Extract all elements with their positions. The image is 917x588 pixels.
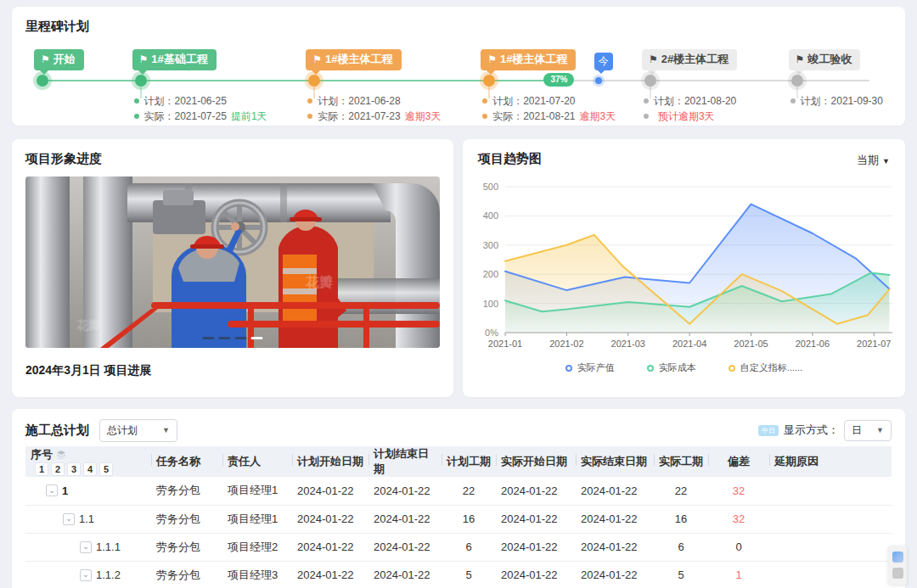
task-name-cell: 劳务分包 <box>151 561 222 588</box>
task-name-cell: 劳务分包 <box>151 477 222 505</box>
milestone-dates: 计划：2021-09-30 <box>790 93 883 109</box>
actual-start-cell: 2024-01-22 <box>496 477 576 505</box>
layers-icon[interactable] <box>56 450 66 460</box>
milestone-label-text: 1#基础工程 <box>151 53 207 65</box>
actual-days-cell: 22 <box>654 477 708 505</box>
deviation-cell: 0 <box>708 533 769 561</box>
actual-days-cell: 16 <box>654 505 708 533</box>
milestone-node-icon <box>791 75 803 87</box>
column-separator <box>496 454 497 466</box>
svg-text:2021-07: 2021-07 <box>857 339 891 349</box>
plan-days-cell: 22 <box>442 477 496 505</box>
flag-icon: ⚑ <box>312 53 322 65</box>
delay-reason-cell <box>769 561 892 588</box>
level-button-4[interactable]: 4 <box>83 462 97 476</box>
plan-type-select[interactable]: 总计划▼ <box>99 419 177 442</box>
table-row: ⌄1.1劳务分包项目经理12024-01-222024-01-22162024-… <box>25 505 892 533</box>
plan-start-cell: 2024-01-22 <box>292 477 368 505</box>
level-button-2[interactable]: 2 <box>51 462 65 476</box>
chart-legend: 实际产值实际成本自定义指标...... <box>463 361 905 374</box>
milestone-date-line: 计划：2021-07-20 <box>482 93 616 109</box>
legend-item-1[interactable]: 实际产值 <box>565 361 615 374</box>
delay-reason-cell <box>769 533 892 561</box>
carousel-dot-1[interactable] <box>203 337 215 339</box>
plan-days-cell: 16 <box>442 505 496 533</box>
milestone-node-icon <box>308 75 320 87</box>
milestone-label-text: 1#楼主体工程 <box>325 53 392 65</box>
milestone-timeline: 37% 今 ⚑开始⚑1#基础工程计划：2021-06-25实际：2021-07-… <box>32 49 885 120</box>
collapse-toggle-icon[interactable]: ⌄ <box>63 513 75 525</box>
level-button-1[interactable]: 1 <box>35 462 48 476</box>
plan-select-value: 总计划 <box>107 423 138 438</box>
milestone-label[interactable]: ⚑开始 <box>34 49 84 70</box>
mode-badge[interactable]: 中日 <box>758 425 779 436</box>
carousel-dot-4[interactable] <box>251 337 263 339</box>
milestone-node-icon <box>483 75 495 87</box>
milestone-label[interactable]: ⚑竣工验收 <box>789 49 861 70</box>
plan-start-cell: 2024-01-22 <box>292 561 368 588</box>
display-mode-select[interactable]: 日▼ <box>844 420 892 441</box>
task-name-cell: 劳务分包 <box>151 533 222 561</box>
deviation-cell: 1 <box>708 561 769 588</box>
date-text: 计划：2021-07-20 <box>492 93 575 109</box>
milestone-date-line: 实际：2021-07-23逾期3天 <box>307 109 441 124</box>
bullet-icon <box>482 98 487 104</box>
seq-cell: ⌄1.1.1 <box>31 540 146 553</box>
column-header-4: 计划开始日期 <box>292 446 368 477</box>
plan-start-cell: 2024-01-22 <box>292 505 368 533</box>
table-header-bar: 施工总计划 总计划▼ 中日 显示方式： 日▼ <box>25 417 892 443</box>
level-buttons: 12345 <box>35 462 113 476</box>
svg-text:200: 200 <box>483 269 498 279</box>
helper-menu-icon[interactable] <box>892 568 903 579</box>
owner-cell: 项目经理3 <box>222 561 292 588</box>
collapse-toggle-icon[interactable]: ⌄ <box>80 569 92 581</box>
carousel-dot-3[interactable] <box>235 337 247 339</box>
legend-item-2[interactable]: 实际成本 <box>647 361 696 374</box>
owner-cell: 项目经理2 <box>222 533 292 561</box>
row-id: 1.1 <box>79 512 94 525</box>
level-button-3[interactable]: 3 <box>67 462 81 476</box>
table-head-row: 序号12345任务名称责任人计划开始日期计划结束日期计划工期实际开始日期实际结束… <box>25 446 892 477</box>
column-separator <box>151 454 152 466</box>
seq-cell-td: ⌄1.1 <box>25 505 151 533</box>
level-button-5[interactable]: 5 <box>99 462 113 476</box>
flag-icon: ⚑ <box>796 53 805 65</box>
svg-text:2021-04: 2021-04 <box>672 339 706 349</box>
milestone-node-icon <box>37 75 48 87</box>
collapse-toggle-icon[interactable]: ⌄ <box>46 484 58 496</box>
bullet-icon <box>482 114 487 119</box>
actual-end-cell: 2024-01-22 <box>576 533 654 561</box>
collapse-toggle-icon[interactable]: ⌄ <box>80 541 92 553</box>
milestone-label[interactable]: ⚑2#楼主体工程 <box>642 49 737 70</box>
delay-reason-cell <box>769 505 892 533</box>
column-separator <box>368 454 369 466</box>
period-select[interactable]: 当期▼ <box>857 153 890 168</box>
deviation-cell: 32 <box>708 477 769 505</box>
actual-days-cell: 6 <box>654 533 708 561</box>
carousel-dots <box>203 337 263 339</box>
date-text: 计划：2021-06-28 <box>318 93 400 109</box>
chevron-down-icon: ▼ <box>876 426 884 434</box>
actual-days-cell: 5 <box>654 561 708 588</box>
helper-guide-icon[interactable] <box>892 552 903 563</box>
owner-cell: 项目经理1 <box>222 505 292 533</box>
actual-start-cell: 2024-01-22 <box>496 561 576 588</box>
svg-text:花瓣: 花瓣 <box>305 274 333 289</box>
milestone-node-icon <box>644 75 656 87</box>
actual-end-cell: 2024-01-22 <box>576 505 654 533</box>
date-text: 计划：2021-09-30 <box>801 93 883 109</box>
milestone-label[interactable]: ⚑1#楼主体工程 <box>481 49 576 70</box>
milestone-label[interactable]: ⚑1#楼主体工程 <box>306 49 401 70</box>
svg-text:2021-02: 2021-02 <box>549 339 583 349</box>
plan-end-cell: 2024-01-22 <box>368 561 442 588</box>
milestone-label[interactable]: ⚑1#基础工程 <box>132 49 217 70</box>
svg-text:2021-05: 2021-05 <box>734 339 768 349</box>
project-photo-carousel[interactable]: 花瓣 花瓣 <box>25 176 440 348</box>
column-separator <box>769 454 770 466</box>
legend-item-3[interactable]: 自定义指标...... <box>729 361 802 374</box>
carousel-dot-2[interactable] <box>219 337 231 339</box>
svg-text:2021-06: 2021-06 <box>796 339 830 349</box>
table-row: ⌄1.1.1劳务分包项目经理22024-01-222024-01-2262024… <box>25 533 892 561</box>
delay-reason-cell <box>769 477 892 505</box>
milestone-date-line: 计划：2021-06-25 <box>134 93 267 109</box>
